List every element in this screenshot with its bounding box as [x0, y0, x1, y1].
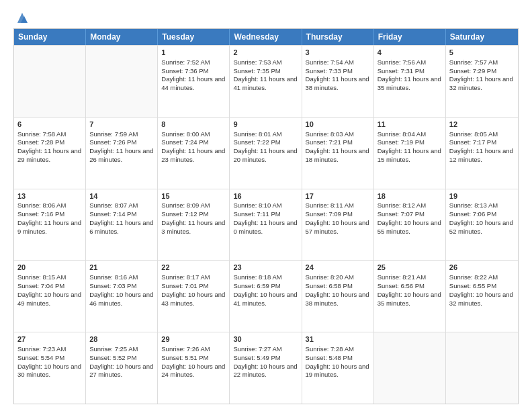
sunset-text: Sunset: 6:59 PM — [233, 282, 280, 289]
logo-icon — [15, 11, 30, 24]
sunset-text: Sunset: 7:03 PM — [89, 282, 136, 289]
day-cell-6: 6Sunrise: 7:58 AMSunset: 7:28 PMDaylight… — [14, 118, 86, 189]
sunset-text: Sunset: 5:49 PM — [233, 354, 280, 361]
sunrise-text: Sunrise: 8:22 AM — [449, 273, 498, 281]
sunset-text: Sunset: 6:55 PM — [449, 282, 496, 289]
sunset-text: Sunset: 7:06 PM — [449, 210, 496, 218]
sunset-text: Sunset: 5:54 PM — [17, 354, 64, 361]
sunset-text: Sunset: 7:04 PM — [17, 282, 64, 289]
calendar-row-2: 13Sunrise: 8:06 AMSunset: 7:16 PMDayligh… — [14, 189, 518, 261]
daylight-text: Daylight: 10 hours and 55 minutes. — [378, 219, 441, 235]
calendar-row-0: 1Sunrise: 7:52 AMSunset: 7:36 PMDaylight… — [14, 45, 518, 117]
sunrise-text: Sunrise: 8:01 AM — [233, 130, 281, 138]
sunrise-text: Sunrise: 8:21 AM — [378, 273, 426, 281]
day-number: 6 — [17, 120, 82, 130]
header — [13, 11, 519, 21]
day-cell-4: 4Sunrise: 7:56 AMSunset: 7:31 PMDaylight… — [374, 46, 446, 117]
day-number: 25 — [378, 263, 442, 273]
sunrise-text: Sunrise: 8:20 AM — [306, 273, 354, 281]
day-number: 12 — [449, 120, 515, 130]
sunset-text: Sunset: 5:52 PM — [89, 354, 136, 361]
sunrise-text: Sunrise: 8:04 AM — [378, 130, 426, 138]
day-cell-28: 28Sunrise: 7:25 AMSunset: 5:52 PMDayligh… — [86, 332, 158, 404]
sunrise-text: Sunrise: 7:56 AM — [378, 58, 426, 66]
sunrise-text: Sunrise: 7:59 AM — [89, 130, 138, 138]
sunrise-text: Sunrise: 8:11 AM — [306, 201, 354, 209]
daylight-text: Daylight: 11 hours and 6 minutes. — [89, 219, 153, 235]
day-number: 23 — [233, 263, 298, 273]
day-cell-7: 7Sunrise: 7:59 AMSunset: 7:26 PMDaylight… — [86, 118, 158, 189]
day-cell-24: 24Sunrise: 8:20 AMSunset: 6:58 PMDayligh… — [302, 261, 374, 332]
day-number: 7 — [89, 120, 154, 130]
daylight-text: Daylight: 10 hours and 27 minutes. — [89, 363, 153, 379]
sunset-text: Sunset: 7:16 PM — [17, 210, 64, 218]
sunrise-text: Sunrise: 7:23 AM — [17, 345, 66, 353]
day-cell-29: 29Sunrise: 7:26 AMSunset: 5:51 PMDayligh… — [158, 332, 230, 404]
day-cell-3: 3Sunrise: 7:54 AMSunset: 7:33 PMDaylight… — [302, 46, 374, 117]
empty-cell — [446, 332, 518, 404]
daylight-text: Daylight: 10 hours and 43 minutes. — [161, 291, 225, 307]
header-day-friday: Friday — [374, 29, 446, 45]
sunrise-text: Sunrise: 8:17 AM — [161, 273, 210, 281]
day-number: 24 — [306, 263, 370, 273]
daylight-text: Daylight: 11 hours and 44 minutes. — [161, 75, 225, 91]
daylight-text: Daylight: 10 hours and 41 minutes. — [233, 291, 297, 307]
calendar-header: SundayMondayTuesdayWednesdayThursdayFrid… — [14, 29, 518, 45]
sunrise-text: Sunrise: 8:03 AM — [306, 130, 354, 138]
day-cell-9: 9Sunrise: 8:01 AMSunset: 7:22 PMDaylight… — [230, 118, 302, 189]
sunrise-text: Sunrise: 8:07 AM — [89, 201, 138, 209]
daylight-text: Daylight: 10 hours and 38 minutes. — [306, 291, 369, 307]
day-cell-11: 11Sunrise: 8:04 AMSunset: 7:19 PMDayligh… — [374, 118, 446, 189]
sunrise-text: Sunrise: 8:15 AM — [17, 273, 66, 281]
sunset-text: Sunset: 7:21 PM — [306, 138, 353, 146]
day-cell-20: 20Sunrise: 8:15 AMSunset: 7:04 PMDayligh… — [14, 261, 86, 332]
day-cell-18: 18Sunrise: 8:12 AMSunset: 7:07 PMDayligh… — [374, 189, 446, 261]
sunset-text: Sunset: 7:19 PM — [378, 138, 425, 146]
day-cell-1: 1Sunrise: 7:52 AMSunset: 7:36 PMDaylight… — [158, 46, 230, 117]
daylight-text: Daylight: 11 hours and 41 minutes. — [233, 75, 297, 91]
sunrise-text: Sunrise: 8:00 AM — [161, 130, 210, 138]
empty-cell — [14, 46, 86, 117]
sunrise-text: Sunrise: 8:18 AM — [233, 273, 281, 281]
day-cell-10: 10Sunrise: 8:03 AMSunset: 7:21 PMDayligh… — [302, 118, 374, 189]
day-cell-14: 14Sunrise: 8:07 AMSunset: 7:14 PMDayligh… — [86, 189, 158, 261]
day-number: 28 — [89, 334, 154, 345]
daylight-text: Daylight: 11 hours and 26 minutes. — [89, 147, 153, 163]
day-number: 22 — [161, 263, 226, 273]
sunset-text: Sunset: 7:07 PM — [378, 210, 425, 218]
day-number: 18 — [378, 191, 442, 201]
sunrise-text: Sunrise: 8:13 AM — [449, 201, 498, 209]
logo — [13, 11, 30, 21]
day-number: 20 — [17, 263, 82, 273]
empty-cell — [374, 332, 446, 404]
sunset-text: Sunset: 7:28 PM — [17, 138, 64, 146]
day-number: 26 — [449, 263, 515, 273]
sunrise-text: Sunrise: 7:53 AM — [233, 58, 281, 66]
daylight-text: Daylight: 11 hours and 20 minutes. — [233, 147, 297, 163]
day-cell-23: 23Sunrise: 8:18 AMSunset: 6:59 PMDayligh… — [230, 261, 302, 332]
sunrise-text: Sunrise: 7:52 AM — [161, 58, 210, 66]
sunset-text: Sunset: 7:09 PM — [306, 210, 353, 218]
day-number: 30 — [233, 334, 298, 345]
sunrise-text: Sunrise: 8:10 AM — [233, 201, 281, 209]
sunset-text: Sunset: 6:56 PM — [378, 282, 425, 289]
day-cell-31: 31Sunrise: 7:28 AMSunset: 5:48 PMDayligh… — [302, 332, 374, 404]
daylight-text: Daylight: 10 hours and 49 minutes. — [17, 291, 81, 307]
daylight-text: Daylight: 11 hours and 29 minutes. — [17, 147, 81, 163]
sunset-text: Sunset: 5:51 PM — [161, 354, 208, 361]
header-day-monday: Monday — [86, 29, 158, 45]
sunset-text: Sunset: 7:17 PM — [449, 138, 496, 146]
header-day-saturday: Saturday — [446, 29, 518, 45]
sunrise-text: Sunrise: 8:09 AM — [161, 201, 210, 209]
day-cell-30: 30Sunrise: 7:27 AMSunset: 5:49 PMDayligh… — [230, 332, 302, 404]
daylight-text: Daylight: 10 hours and 46 minutes. — [89, 291, 153, 307]
header-day-thursday: Thursday — [302, 29, 374, 45]
day-cell-8: 8Sunrise: 8:00 AMSunset: 7:24 PMDaylight… — [158, 118, 230, 189]
day-number: 9 — [233, 120, 298, 130]
sunrise-text: Sunrise: 7:27 AM — [233, 345, 281, 353]
day-cell-15: 15Sunrise: 8:09 AMSunset: 7:12 PMDayligh… — [158, 189, 230, 261]
day-number: 2 — [233, 48, 298, 58]
day-number: 19 — [449, 191, 515, 201]
sunset-text: Sunset: 7:12 PM — [161, 210, 208, 218]
daylight-text: Daylight: 10 hours and 24 minutes. — [161, 363, 225, 379]
